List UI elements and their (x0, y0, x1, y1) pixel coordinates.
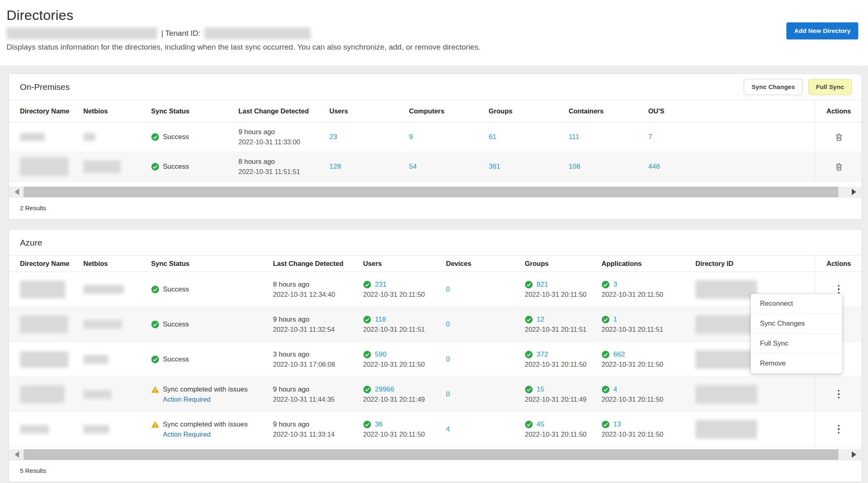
redacted-directory-name (20, 133, 45, 141)
success-icon (602, 385, 610, 394)
scroll-right-arrow-icon[interactable] (852, 189, 856, 195)
action-required-link[interactable]: Action Required (163, 431, 273, 438)
column-header-users: Users (363, 256, 446, 272)
sync-status-text: Success (163, 133, 189, 141)
groups-count-link[interactable]: 15 (537, 385, 544, 394)
applications-sync-time: 2022-10-31 20:11:50 (602, 431, 695, 438)
redacted-netbios (83, 390, 112, 399)
column-header-groups: Groups (525, 256, 602, 272)
column-header-actions: Actions (815, 100, 862, 122)
users-count-link[interactable]: 231 (375, 281, 386, 289)
scroll-left-arrow-icon[interactable] (15, 451, 19, 458)
action-required-link[interactable]: Action Required (163, 396, 273, 403)
redacted-tenant-id (204, 27, 311, 39)
column-header-directory-name: Directory Name (20, 256, 83, 272)
row-actions-context-menu: Reconnect Sync Changes Full Sync Remove (751, 294, 842, 374)
column-header-groups: Groups (489, 100, 569, 122)
groups-count-link[interactable]: 372 (537, 350, 548, 359)
scrollbar-thumb[interactable] (24, 187, 838, 197)
last-change-time: 2022-10-31 11:33:14 (273, 431, 363, 438)
last-change-relative: 8 hours ago (273, 281, 363, 289)
computers-count-link[interactable]: 54 (409, 163, 489, 171)
on-premises-panel: On-Premises Sync Changes Full Sync Direc… (9, 74, 862, 220)
groups-count-link[interactable]: 12 (537, 315, 544, 324)
on-premises-actions: Sync Changes Full Sync (744, 79, 852, 95)
applications-sync-time: 2022-10-31 20:11:51 (602, 326, 695, 333)
groups-count-link[interactable]: 61 (489, 133, 569, 141)
redacted-directory-id (695, 315, 757, 334)
row-actions-menu-button[interactable] (836, 387, 842, 401)
groups-count-link[interactable]: 821 (537, 281, 548, 289)
azure-panel: Azure Directory Name Netbios Sync Status… (9, 229, 862, 482)
users-count-link[interactable]: 128 (329, 163, 409, 171)
redacted-netbios (83, 285, 124, 294)
groups-count-link[interactable]: 45 (537, 420, 544, 429)
scrollbar-thumb[interactable] (24, 449, 838, 460)
success-icon (525, 281, 533, 289)
groups-sync-time: 2022-10-31 20:11:49 (525, 396, 602, 403)
full-sync-button[interactable]: Full Sync (808, 79, 852, 95)
users-sync-time: 2022-10-31 20:11:50 (363, 291, 446, 298)
add-new-directory-button[interactable]: Add New Directory (786, 22, 858, 39)
applications-count-link[interactable]: 662 (613, 350, 625, 359)
redacted-directory-id (695, 280, 757, 299)
devices-count-link[interactable]: 0 (446, 390, 525, 398)
menu-item-sync-changes[interactable]: Sync Changes (751, 314, 842, 334)
success-icon (151, 133, 159, 141)
table-row: Success 9 hours ago 2022-10-31 11:32:54 … (9, 307, 862, 342)
column-header-ous: OU'S (648, 100, 815, 122)
table-row: Success 8 hours ago 2022-10-31 11:51:51 … (9, 152, 862, 182)
sync-changes-button[interactable]: Sync Changes (744, 79, 803, 95)
scroll-left-arrow-icon[interactable] (15, 189, 19, 195)
sync-status-text: Success (163, 320, 189, 329)
column-header-containers: Containers (569, 100, 648, 122)
sync-status-text: Sync completed with issues (163, 385, 248, 394)
groups-count-link[interactable]: 361 (489, 163, 569, 171)
success-icon (602, 315, 610, 324)
delete-directory-button[interactable] (833, 161, 845, 173)
delete-directory-button[interactable] (833, 131, 845, 144)
menu-item-reconnect[interactable]: Reconnect (751, 294, 842, 314)
devices-count-link[interactable]: 0 (446, 320, 525, 329)
success-icon (602, 420, 610, 429)
last-change-relative: 3 hours ago (273, 350, 363, 359)
redacted-netbios (83, 425, 109, 434)
azure-table-header: Directory Name Netbios Sync Status Last … (9, 256, 862, 272)
users-count-link[interactable]: 36 (375, 420, 383, 429)
containers-count-link[interactable]: 108 (569, 163, 648, 171)
trash-icon (836, 133, 842, 141)
last-change-relative: 9 hours ago (273, 315, 363, 324)
last-change-relative: 9 hours ago (273, 420, 363, 429)
success-icon (363, 281, 371, 289)
groups-sync-time: 2022-10-31 20:11:50 (525, 361, 602, 368)
applications-count-link[interactable]: 1 (613, 315, 617, 324)
last-change-time: 2022-10-31 17:06:08 (273, 361, 363, 368)
users-count-link[interactable]: 29966 (375, 385, 394, 394)
devices-count-link[interactable]: 0 (446, 285, 525, 294)
users-count-link[interactable]: 590 (375, 350, 386, 359)
redacted-directory-id (695, 420, 757, 439)
row-actions-menu-button[interactable] (836, 422, 842, 436)
ous-count-link[interactable]: 7 (648, 133, 815, 141)
computers-count-link[interactable]: 9 (409, 133, 489, 141)
redacted-netbios (83, 355, 108, 364)
menu-item-remove[interactable]: Remove (751, 354, 842, 373)
ous-count-link[interactable]: 448 (648, 163, 815, 171)
applications-count-link[interactable]: 4 (613, 385, 617, 394)
devices-count-link[interactable]: 4 (446, 425, 525, 433)
table-row: Sync completed with issues Action Requir… (9, 377, 862, 412)
users-count-link[interactable]: 23 (329, 133, 409, 141)
applications-count-link[interactable]: 13 (613, 420, 621, 429)
groups-sync-time: 2022-10-31 20:11:51 (525, 326, 602, 333)
devices-count-link[interactable]: 0 (446, 355, 525, 363)
warning-icon (151, 421, 159, 428)
success-icon (363, 385, 371, 394)
column-header-sync-status: Sync Status (151, 100, 238, 122)
scroll-right-arrow-icon[interactable] (852, 451, 856, 458)
users-count-link[interactable]: 118 (375, 315, 386, 324)
menu-item-full-sync[interactable]: Full Sync (751, 334, 842, 354)
horizontal-scrollbar (9, 449, 862, 460)
applications-count-link[interactable]: 3 (613, 281, 617, 289)
containers-count-link[interactable]: 111 (569, 133, 648, 141)
groups-sync-time: 2022-10-31 20:11:50 (525, 291, 602, 298)
